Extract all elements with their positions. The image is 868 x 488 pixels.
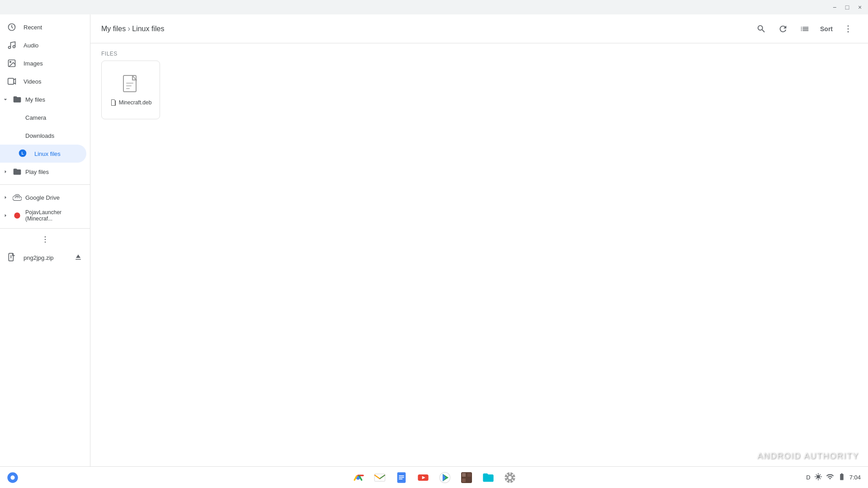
sidebar-item-camera[interactable]: Camera xyxy=(0,108,86,127)
taskbar-docs[interactable] xyxy=(392,469,410,487)
audio-icon xyxy=(7,41,16,50)
taskbar-files[interactable] xyxy=(479,469,497,487)
sidebar-item-recent[interactable]: Recent xyxy=(0,18,86,36)
files-section-label: Files xyxy=(101,51,857,57)
svg-rect-24 xyxy=(126,85,132,86)
svg-point-45 xyxy=(816,475,820,479)
sidebar-item-label: My files xyxy=(25,96,45,103)
more-options-button[interactable] xyxy=(38,232,52,247)
eject-item-label: png2jpg.zip xyxy=(24,254,54,261)
svg-point-27 xyxy=(10,475,14,479)
linux-icon: L xyxy=(18,149,27,159)
sidebar-google-drive-header[interactable]: Google Drive xyxy=(0,188,86,206)
svg-point-21 xyxy=(848,31,849,33)
app-container: Recent Audio Images xyxy=(0,14,868,466)
svg-point-13 xyxy=(44,239,46,240)
sidebar-play-files-header[interactable]: Play files xyxy=(0,163,86,181)
sidebar-item-label: Audio xyxy=(24,42,38,49)
svg-point-12 xyxy=(44,236,46,238)
battery-icon[interactable] xyxy=(838,473,846,482)
poja-icon xyxy=(13,211,22,220)
list-view-button[interactable] xyxy=(796,20,814,38)
chevron-right-icon xyxy=(2,168,9,175)
breadcrumb: My files › Linux files xyxy=(101,24,164,33)
sidebar-item-linux-files[interactable]: L Linux files xyxy=(0,145,86,163)
svg-rect-41 xyxy=(462,479,466,482)
breadcrumb-root[interactable]: My files xyxy=(101,25,126,33)
svg-point-20 xyxy=(848,28,849,29)
taskbar-minecraft[interactable] xyxy=(458,469,476,487)
svg-rect-34 xyxy=(399,479,402,479)
eject-item-left: png2jpg.zip xyxy=(7,253,54,263)
maximize-button[interactable]: □ xyxy=(843,3,852,12)
sidebar-sub-item-label: Linux files xyxy=(34,150,61,157)
file-name-minecraft-deb: Minecraft.deb xyxy=(110,99,152,106)
sidebar-item-audio[interactable]: Audio xyxy=(0,36,86,54)
taskbar-settings[interactable] xyxy=(501,469,519,487)
file-area: Files xyxy=(90,43,868,466)
sidebar-item-label: Play files xyxy=(25,169,49,175)
close-button[interactable]: × xyxy=(855,3,864,12)
refresh-button[interactable] xyxy=(774,20,792,38)
file-icon-deb xyxy=(120,74,142,95)
svg-point-44 xyxy=(509,476,512,479)
image-icon xyxy=(7,59,16,68)
eject-icon[interactable] xyxy=(74,253,83,263)
minimize-button[interactable]: − xyxy=(830,3,839,12)
file-item-minecraft-deb[interactable]: Minecraft.deb xyxy=(101,61,160,119)
time-display: 7:04 xyxy=(849,474,861,481)
brightness-icon[interactable] xyxy=(814,473,822,482)
sidebar-item-videos[interactable]: Videos xyxy=(0,72,86,90)
sidebar-item-label: Google Drive xyxy=(25,194,60,201)
titlebar: − □ × xyxy=(0,0,868,14)
search-button[interactable] xyxy=(752,20,770,38)
drive-icon xyxy=(13,193,22,202)
svg-text:L: L xyxy=(21,151,24,155)
svg-point-11 xyxy=(14,212,20,218)
svg-point-4 xyxy=(10,61,11,63)
svg-rect-25 xyxy=(126,88,130,89)
sidebar: Recent Audio Images xyxy=(0,14,90,466)
sidebar-sub-item-label: Camera xyxy=(25,114,46,121)
main-content: My files › Linux files xyxy=(90,14,868,466)
svg-point-14 xyxy=(44,242,46,243)
svg-point-2 xyxy=(13,46,15,48)
sidebar-sub-item-label: Downloads xyxy=(25,132,54,139)
sidebar-item-label: Videos xyxy=(24,78,42,85)
sidebar-item-label: PojavLauncher (Minecraf... xyxy=(25,209,83,222)
svg-rect-32 xyxy=(399,475,404,476)
svg-rect-5 xyxy=(8,78,14,84)
sidebar-item-images[interactable]: Images xyxy=(0,54,86,72)
folder-icon xyxy=(13,95,22,104)
svg-rect-42 xyxy=(467,479,471,482)
sidebar-item-downloads[interactable]: Downloads xyxy=(0,127,86,145)
svg-rect-39 xyxy=(462,473,466,477)
toolbar-actions: Sort xyxy=(752,20,857,38)
sidebar-item-label: Recent xyxy=(24,24,42,31)
taskbar: D 7:04 xyxy=(0,466,868,488)
sidebar-item-png2jpg[interactable]: png2jpg.zip xyxy=(0,249,86,267)
file-small-icon xyxy=(110,99,117,106)
svg-rect-30 xyxy=(374,474,385,481)
taskbar-gmail[interactable] xyxy=(371,469,389,487)
sidebar-my-files-header[interactable]: My files xyxy=(0,90,86,108)
breadcrumb-separator: › xyxy=(127,24,130,33)
video-icon xyxy=(7,77,16,86)
sort-label: Sort xyxy=(820,25,833,33)
chevron-down-icon xyxy=(2,96,9,103)
taskbar-chrome[interactable] xyxy=(349,469,367,487)
user-icon: D xyxy=(806,474,810,481)
svg-point-19 xyxy=(848,25,849,27)
svg-point-1 xyxy=(9,47,11,49)
play-folder-icon xyxy=(13,167,22,176)
wifi-icon[interactable] xyxy=(826,473,834,482)
more-options-toolbar-button[interactable] xyxy=(839,20,857,38)
taskbar-play-store[interactable] xyxy=(436,469,454,487)
sidebar-poja-launcher-header[interactable]: PojavLauncher (Minecraf... xyxy=(0,206,86,225)
toolbar: My files › Linux files xyxy=(90,14,868,43)
system-tray: D 7:04 xyxy=(799,466,868,488)
taskbar-youtube[interactable] xyxy=(414,469,432,487)
svg-rect-40 xyxy=(467,473,471,477)
sort-button[interactable]: Sort xyxy=(817,20,835,38)
launcher-button[interactable] xyxy=(4,469,22,487)
